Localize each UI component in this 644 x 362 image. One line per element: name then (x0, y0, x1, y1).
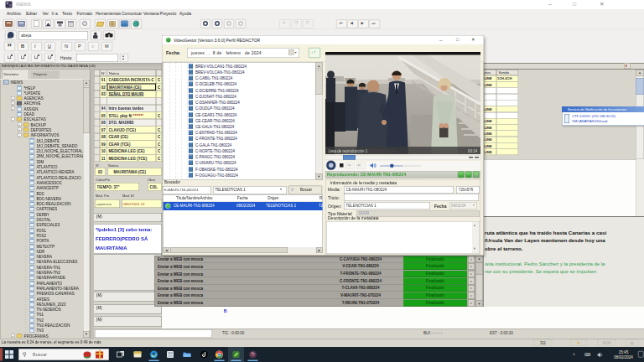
svg-text:00:24: 00:24 (468, 149, 478, 153)
svg-text:Lista de reproducción 1: Lista de reproducción 1 (329, 149, 368, 153)
